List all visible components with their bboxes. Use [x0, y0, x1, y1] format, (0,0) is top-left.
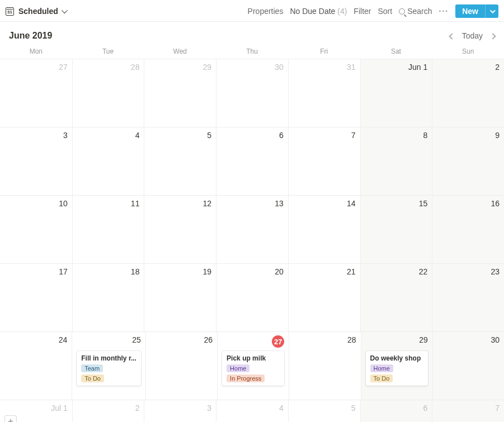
- week-row: 10111213141516: [0, 195, 504, 263]
- calendar-day[interactable]: 18: [72, 264, 144, 331]
- calendar-day[interactable]: 6: [216, 127, 288, 195]
- calendar-day[interactable]: 24: [0, 332, 72, 400]
- calendar-day[interactable]: 2: [432, 59, 504, 127]
- calendar-day[interactable]: 29: [144, 59, 216, 127]
- calendar-day[interactable]: 23: [432, 264, 504, 331]
- new-button[interactable]: New: [455, 4, 498, 18]
- week-row: 17181920212223: [0, 263, 504, 331]
- search-label: Search: [407, 7, 432, 16]
- add-event-button[interactable]: +: [4, 415, 17, 422]
- today-button[interactable]: Today: [462, 31, 483, 40]
- toolbar-right: Properties No Due Date (4) Filter Sort S…: [248, 4, 498, 18]
- day-number: 15: [419, 199, 428, 211]
- no-due-count: (4): [337, 7, 347, 16]
- calendar-day[interactable]: 4: [216, 400, 288, 422]
- calendar-day[interactable]: 6: [360, 400, 432, 422]
- calendar-day[interactable]: 27: [0, 59, 72, 127]
- calendar-day[interactable]: Jun 1: [360, 59, 432, 127]
- weekday-label: Wed: [144, 48, 216, 55]
- calendar-day[interactable]: 11: [72, 196, 144, 263]
- calendar-day[interactable]: 5: [288, 400, 360, 422]
- chevron-down-icon: [490, 8, 496, 13]
- calendar-day[interactable]: 12: [144, 196, 216, 263]
- day-number: 2: [135, 404, 140, 416]
- day-number: 21: [347, 267, 356, 279]
- sort-button[interactable]: Sort: [378, 7, 392, 16]
- calendar-day[interactable]: 19: [144, 264, 216, 331]
- day-number: 18: [131, 267, 140, 279]
- event-tag: To Do: [370, 374, 393, 382]
- calendar-day[interactable]: 7: [288, 127, 360, 195]
- calendar-event[interactable]: Fill in monthly r...TeamTo Do: [77, 351, 141, 386]
- day-number: 6: [279, 131, 284, 143]
- month-nav: Today: [450, 31, 495, 40]
- calendar: MonTueWedThuFriSatSun 2728293031Jun 1234…: [0, 45, 504, 422]
- calendar-day[interactable]: 21: [288, 264, 360, 331]
- calendar-event[interactable]: Pick up milkHomeIn Progress: [222, 351, 284, 386]
- day-number: 7: [495, 404, 500, 416]
- calendar-day[interactable]: 5: [144, 127, 216, 195]
- calendar-day[interactable]: 14: [288, 196, 360, 263]
- calendar-event[interactable]: Do weekly shopHomeTo Do: [366, 351, 428, 386]
- properties-button[interactable]: Properties: [248, 7, 284, 16]
- day-number: 5: [351, 404, 356, 416]
- calendar-day[interactable]: 9: [432, 127, 504, 195]
- calendar-day[interactable]: 25Fill in monthly r...TeamTo Do: [72, 332, 145, 400]
- calendar-day[interactable]: 16: [432, 196, 504, 263]
- day-number: 12: [203, 199, 212, 211]
- calendar-day[interactable]: 3: [144, 400, 216, 422]
- calendar-day[interactable]: 28: [289, 332, 360, 400]
- calendar-day[interactable]: 26: [145, 332, 217, 400]
- calendar-day[interactable]: 13: [216, 196, 288, 263]
- day-number: 24: [59, 335, 68, 348]
- day-number: 14: [347, 199, 356, 211]
- calendar-day[interactable]: 30: [216, 59, 288, 127]
- calendar-day[interactable]: 30: [432, 332, 504, 400]
- week-row: Jul 1234567: [0, 400, 504, 422]
- calendar-day[interactable]: 17: [0, 264, 72, 331]
- calendar-day[interactable]: 22: [360, 264, 432, 331]
- calendar-day[interactable]: 28: [72, 59, 144, 127]
- no-due-label: No Due Date: [290, 7, 335, 16]
- next-month-button[interactable]: [491, 31, 495, 40]
- chevron-down-icon: [62, 7, 68, 13]
- day-number: Jun 1: [408, 63, 427, 75]
- calendar-day[interactable]: 29Do weekly shopHomeTo Do: [361, 332, 432, 400]
- search-button[interactable]: Search: [399, 7, 432, 16]
- calendar-day[interactable]: 15: [360, 196, 432, 263]
- day-number: 9: [495, 131, 500, 143]
- day-number: 29: [203, 63, 212, 75]
- no-due-date-button[interactable]: No Due Date (4): [290, 7, 347, 16]
- day-number: 31: [347, 63, 356, 75]
- more-button[interactable]: ···: [439, 7, 449, 16]
- calendar-day[interactable]: 10: [0, 196, 72, 263]
- calendar-day[interactable]: 2: [72, 400, 144, 422]
- calendar-day[interactable]: 4: [72, 127, 144, 195]
- day-number: Jul 1: [51, 404, 68, 416]
- calendar-day[interactable]: 3: [0, 127, 72, 195]
- calendar-day[interactable]: 27Pick up milkHomeIn Progress: [217, 332, 289, 400]
- day-number: 4: [135, 131, 140, 143]
- prev-month-button[interactable]: [450, 31, 454, 40]
- month-title: June 2019: [9, 31, 52, 41]
- weeks-container: 2728293031Jun 12345678910111213141516171…: [0, 59, 504, 422]
- calendar-day[interactable]: 8: [360, 127, 432, 195]
- calendar-day[interactable]: 31: [288, 59, 360, 127]
- weekday-label: Thu: [216, 48, 288, 55]
- day-number: 20: [275, 267, 284, 279]
- day-number: 17: [59, 267, 68, 279]
- calendar-icon: 31: [6, 7, 14, 16]
- day-number: 10: [59, 199, 68, 211]
- day-number: 23: [491, 267, 500, 279]
- month-header: June 2019 Today: [0, 22, 504, 45]
- event-title: Pick up milk: [227, 354, 280, 362]
- new-button-dropdown[interactable]: [485, 4, 498, 18]
- calendar-day[interactable]: 20: [216, 264, 288, 331]
- day-number: 27: [272, 335, 284, 348]
- week-row: 2425Fill in monthly r...TeamTo Do2627Pic…: [0, 331, 504, 400]
- view-switcher[interactable]: 31 Scheduled: [6, 7, 66, 16]
- calendar-day[interactable]: 7: [432, 400, 504, 422]
- weekday-label: Sat: [360, 48, 432, 55]
- day-number: 3: [63, 131, 68, 143]
- filter-button[interactable]: Filter: [354, 7, 371, 16]
